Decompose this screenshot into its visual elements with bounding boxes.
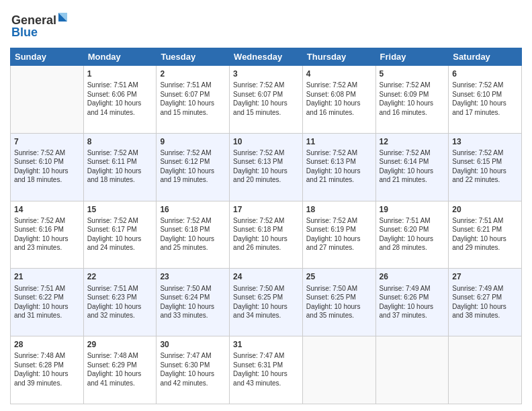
day-number: 12 <box>380 136 445 147</box>
day-number: 18 <box>306 204 372 215</box>
day-number: 7 <box>14 136 80 147</box>
daylight-text: Daylight: 10 hours and 37 minutes. <box>380 302 445 320</box>
calendar-cell: 10Sunrise: 7:52 AMSunset: 6:13 PMDayligh… <box>230 133 303 201</box>
sunset-text: Sunset: 6:28 PM <box>14 361 80 370</box>
calendar-week-row: 21Sunrise: 7:51 AMSunset: 6:22 PMDayligh… <box>11 269 522 336</box>
day-number: 25 <box>306 271 372 282</box>
daylight-text: Daylight: 10 hours and 33 minutes. <box>160 302 226 320</box>
calendar-cell: 1Sunrise: 7:51 AMSunset: 6:06 PMDaylight… <box>83 66 157 134</box>
sunrise-text: Sunrise: 7:49 AM <box>452 284 518 293</box>
sunset-text: Sunset: 6:30 PM <box>160 361 226 370</box>
sunrise-text: Sunrise: 7:51 AM <box>452 216 518 226</box>
calendar-cell: 23Sunrise: 7:50 AMSunset: 6:24 PMDayligh… <box>157 269 230 336</box>
daylight-text: Daylight: 10 hours and 32 minutes. <box>87 302 153 320</box>
calendar-week-row: 28Sunrise: 7:48 AMSunset: 6:28 PMDayligh… <box>11 336 522 404</box>
sunset-text: Sunset: 6:10 PM <box>452 90 518 99</box>
daylight-text: Daylight: 10 hours and 21 minutes. <box>380 167 445 185</box>
sunset-text: Sunset: 6:07 PM <box>160 90 226 99</box>
daylight-text: Daylight: 10 hours and 23 minutes. <box>14 234 80 253</box>
calendar-cell: 31Sunrise: 7:47 AMSunset: 6:31 PMDayligh… <box>230 336 303 404</box>
sunrise-text: Sunrise: 7:50 AM <box>233 284 299 293</box>
day-number: 21 <box>14 271 80 282</box>
day-number: 13 <box>452 136 518 147</box>
calendar-cell: 17Sunrise: 7:52 AMSunset: 6:18 PMDayligh… <box>230 201 303 269</box>
sunset-text: Sunset: 6:13 PM <box>233 157 299 167</box>
sunset-text: Sunset: 6:14 PM <box>380 157 445 167</box>
sunrise-text: Sunrise: 7:52 AM <box>233 216 299 226</box>
calendar-cell: 9Sunrise: 7:52 AMSunset: 6:12 PMDaylight… <box>157 133 230 201</box>
calendar-cell: 22Sunrise: 7:51 AMSunset: 6:23 PMDayligh… <box>83 269 157 336</box>
weekday-header: Thursday <box>302 48 375 66</box>
daylight-text: Daylight: 10 hours and 18 minutes. <box>87 167 153 185</box>
calendar-cell: 20Sunrise: 7:51 AMSunset: 6:21 PMDayligh… <box>449 201 522 269</box>
calendar-cell <box>375 336 449 404</box>
daylight-text: Daylight: 10 hours and 17 minutes. <box>452 99 518 117</box>
sunset-text: Sunset: 6:12 PM <box>160 157 226 167</box>
logo-text: General Blue <box>10 9 71 42</box>
calendar-cell: 4Sunrise: 7:52 AMSunset: 6:08 PMDaylight… <box>302 66 375 134</box>
sunrise-text: Sunrise: 7:50 AM <box>306 284 372 293</box>
calendar-cell: 30Sunrise: 7:47 AMSunset: 6:30 PMDayligh… <box>157 336 230 404</box>
sunrise-text: Sunrise: 7:51 AM <box>160 81 226 90</box>
calendar-cell: 5Sunrise: 7:52 AMSunset: 6:09 PMDaylight… <box>375 66 449 134</box>
daylight-text: Daylight: 10 hours and 22 minutes. <box>452 167 518 185</box>
sunrise-text: Sunrise: 7:52 AM <box>380 81 445 90</box>
sunset-text: Sunset: 6:17 PM <box>87 225 153 234</box>
calendar-table: SundayMondayTuesdayWednesdayThursdayFrid… <box>10 48 522 404</box>
sunrise-text: Sunrise: 7:52 AM <box>306 216 372 226</box>
calendar-cell: 2Sunrise: 7:51 AMSunset: 6:07 PMDaylight… <box>157 66 230 134</box>
sunrise-text: Sunrise: 7:52 AM <box>452 81 518 90</box>
day-number: 20 <box>452 204 518 215</box>
day-number: 24 <box>233 271 299 282</box>
calendar-cell: 27Sunrise: 7:49 AMSunset: 6:27 PMDayligh… <box>449 269 522 336</box>
calendar-week-row: 1Sunrise: 7:51 AMSunset: 6:06 PMDaylight… <box>11 66 522 134</box>
sunrise-text: Sunrise: 7:50 AM <box>160 284 226 293</box>
daylight-text: Daylight: 10 hours and 42 minutes. <box>160 369 226 387</box>
daylight-text: Daylight: 10 hours and 19 minutes. <box>160 167 226 185</box>
sunset-text: Sunset: 6:20 PM <box>380 225 445 234</box>
calendar-cell: 12Sunrise: 7:52 AMSunset: 6:14 PMDayligh… <box>375 133 449 201</box>
daylight-text: Daylight: 10 hours and 38 minutes. <box>452 302 518 320</box>
day-number: 16 <box>160 204 226 215</box>
daylight-text: Daylight: 10 hours and 21 minutes. <box>306 167 372 185</box>
sunset-text: Sunset: 6:25 PM <box>233 293 299 302</box>
daylight-text: Daylight: 10 hours and 20 minutes. <box>233 167 299 185</box>
calendar-cell: 24Sunrise: 7:50 AMSunset: 6:25 PMDayligh… <box>230 269 303 336</box>
sunrise-text: Sunrise: 7:52 AM <box>160 148 226 158</box>
calendar-week-row: 7Sunrise: 7:52 AMSunset: 6:10 PMDaylight… <box>11 133 522 201</box>
daylight-text: Daylight: 10 hours and 16 minutes. <box>380 99 445 117</box>
weekday-header: Monday <box>83 48 157 66</box>
sunrise-text: Sunrise: 7:52 AM <box>306 81 372 90</box>
sunset-text: Sunset: 6:06 PM <box>87 90 153 99</box>
day-number: 28 <box>14 339 80 350</box>
sunset-text: Sunset: 6:16 PM <box>14 225 80 234</box>
day-number: 26 <box>380 271 445 282</box>
daylight-text: Daylight: 10 hours and 15 minutes. <box>160 99 226 117</box>
day-number: 6 <box>452 68 518 79</box>
day-number: 30 <box>160 339 226 350</box>
sunset-text: Sunset: 6:07 PM <box>233 90 299 99</box>
daylight-text: Daylight: 10 hours and 15 minutes. <box>233 99 299 117</box>
day-number: 22 <box>87 271 153 282</box>
weekday-header: Wednesday <box>230 48 303 66</box>
daylight-text: Daylight: 10 hours and 14 minutes. <box>87 99 153 117</box>
sunset-text: Sunset: 6:22 PM <box>14 293 80 302</box>
sunrise-text: Sunrise: 7:51 AM <box>87 81 153 90</box>
header: General Blue <box>10 7 522 42</box>
calendar-cell <box>302 336 375 404</box>
logo: General Blue <box>10 9 71 42</box>
sunrise-text: Sunrise: 7:51 AM <box>87 284 153 293</box>
daylight-text: Daylight: 10 hours and 27 minutes. <box>306 234 372 253</box>
sunset-text: Sunset: 6:09 PM <box>380 90 445 99</box>
day-number: 9 <box>160 136 226 147</box>
day-number: 2 <box>160 68 226 79</box>
sunrise-text: Sunrise: 7:51 AM <box>380 216 445 226</box>
sunrise-text: Sunrise: 7:48 AM <box>87 351 153 361</box>
day-number: 1 <box>87 68 153 79</box>
daylight-text: Daylight: 10 hours and 18 minutes. <box>14 167 80 185</box>
day-number: 5 <box>380 68 445 79</box>
sunrise-text: Sunrise: 7:52 AM <box>87 216 153 226</box>
svg-text:Blue: Blue <box>11 26 38 39</box>
sunset-text: Sunset: 6:11 PM <box>87 157 153 167</box>
svg-text:General: General <box>11 13 56 27</box>
